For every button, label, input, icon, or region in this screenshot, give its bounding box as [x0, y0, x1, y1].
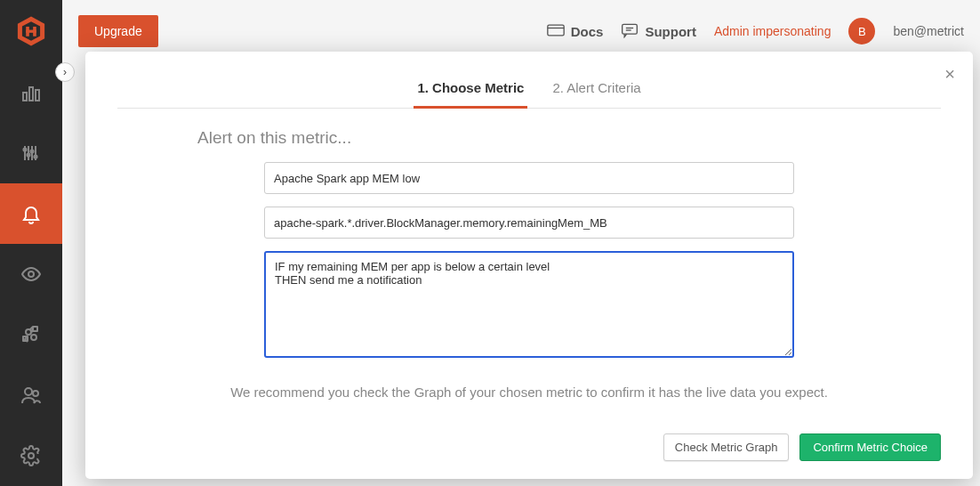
avatar[interactable]: B	[848, 18, 875, 45]
svg-rect-6	[29, 87, 33, 101]
svg-point-13	[27, 153, 29, 156]
alert-name-input[interactable]	[264, 162, 794, 194]
user-email: ben@metrict	[893, 24, 964, 38]
modal-tabs: 1. Choose Metric 2. Alert Criteria	[117, 71, 941, 109]
svg-rect-22	[623, 24, 638, 34]
svg-point-15	[34, 155, 36, 158]
admin-impersonating-link[interactable]: Admin impersonating	[714, 24, 831, 38]
svg-point-18	[33, 391, 38, 396]
close-icon: ×	[944, 64, 955, 84]
sidebar-item-alerts[interactable]	[0, 183, 62, 244]
recommend-text: We recommend you check the Graph of your…	[117, 385, 941, 400]
support-link[interactable]: Support	[621, 22, 696, 41]
svg-point-17	[25, 388, 32, 395]
upgrade-button[interactable]: Upgrade	[78, 15, 158, 47]
svg-rect-7	[36, 90, 39, 101]
support-label: Support	[645, 24, 696, 39]
sidebar-item-dashboards[interactable]	[0, 62, 62, 123]
metric-path-input[interactable]	[264, 207, 794, 239]
create-alert-modal: × 1. Choose Metric 2. Alert Criteria Ale…	[85, 52, 973, 479]
svg-rect-5	[23, 93, 27, 101]
close-button[interactable]: ×	[944, 64, 955, 85]
svg-point-19	[28, 453, 34, 458]
docs-link[interactable]: Docs	[547, 22, 604, 41]
check-metric-graph-button[interactable]: Check Metric Graph	[663, 433, 790, 461]
modal-actions: Check Metric Graph Confirm Metric Choice	[663, 433, 941, 461]
svg-rect-20	[548, 25, 564, 36]
svg-point-16	[28, 271, 34, 277]
chat-icon	[621, 22, 639, 41]
section-title: Alert on this metric...	[197, 128, 941, 148]
alert-form: IF my remaining MEM per app is below a c…	[264, 162, 794, 358]
svg-rect-4	[26, 30, 36, 33]
sidebar-item-integrations[interactable]	[0, 304, 62, 365]
sidebar-item-metrics[interactable]	[0, 123, 62, 183]
alert-description-textarea[interactable]: IF my remaining MEM per app is below a c…	[264, 251, 794, 358]
sidebar-item-watchers[interactable]	[0, 244, 62, 304]
docs-icon	[547, 22, 565, 41]
chevron-right-icon: ›	[63, 66, 67, 78]
sidebar-expand-toggle[interactable]: ›	[55, 62, 75, 82]
confirm-metric-choice-button[interactable]: Confirm Metric Choice	[799, 433, 941, 461]
svg-point-12	[23, 148, 26, 150]
tab-choose-metric[interactable]: 1. Choose Metric	[414, 71, 527, 109]
logo	[0, 0, 62, 62]
svg-point-14	[30, 150, 33, 152]
sidebar-item-settings[interactable]	[0, 425, 62, 486]
docs-label: Docs	[571, 24, 604, 39]
sidebar	[0, 0, 62, 486]
tab-alert-criteria[interactable]: 2. Alert Criteria	[549, 71, 644, 109]
sidebar-item-team[interactable]	[0, 365, 62, 425]
